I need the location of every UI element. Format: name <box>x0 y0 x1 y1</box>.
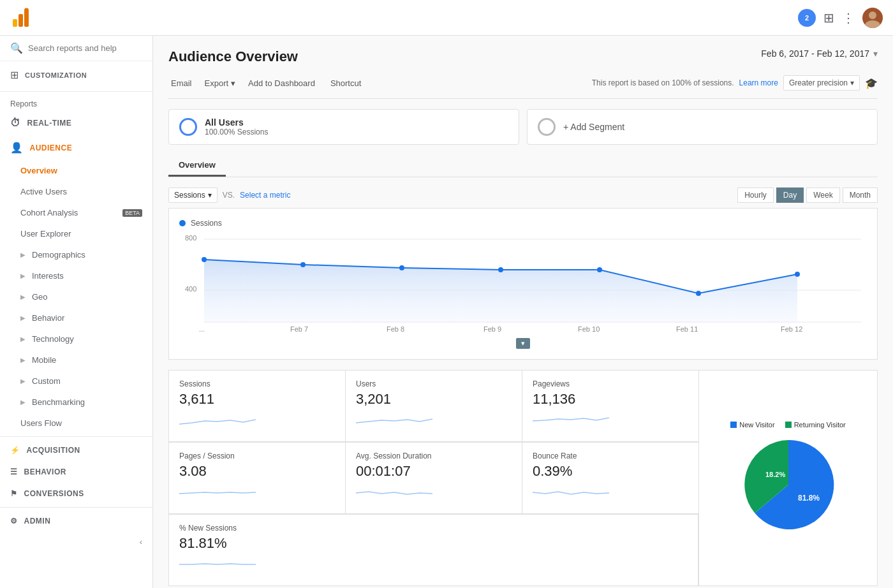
toolbar-left: Email Export ▾ Add to Dashboard Shortcut <box>168 77 592 89</box>
sidebar-collapse-button[interactable]: ‹ <box>0 532 152 552</box>
tooltip-text: ▾ <box>521 339 525 348</box>
collapse-icon: ‹ <box>140 537 142 547</box>
time-btn-week[interactable]: Week <box>806 187 839 203</box>
more-options-icon[interactable]: ⋮ <box>842 10 855 26</box>
learn-more-link[interactable]: Learn more <box>739 78 778 87</box>
pie-chart-svg: 81.8% 18.2% <box>737 434 839 536</box>
new-sessions-value: 81.81% <box>179 535 688 552</box>
add-dashboard-button[interactable]: Add to Dashboard <box>246 77 318 89</box>
bounce-rate-mini-chart <box>533 483 609 503</box>
chart-tooltip: ▾ <box>516 338 530 349</box>
segment-info: All Users 100.00% Sessions <box>205 117 268 136</box>
pageviews-mini-chart <box>533 411 609 430</box>
vs-label: VS. <box>223 191 235 200</box>
user-explorer-label: User Explorer <box>20 229 142 239</box>
chart-point-1 <box>300 262 306 267</box>
sidebar-item-users-flow[interactable]: Users Flow <box>0 413 152 434</box>
email-button[interactable]: Email <box>168 77 195 89</box>
sidebar-item-cohort-analysis[interactable]: Cohort Analysis BETA <box>0 202 152 223</box>
new-sessions-mini-chart <box>179 555 256 575</box>
select-metric-link[interactable]: Select a metric <box>240 191 290 200</box>
active-users-label: Active Users <box>20 187 142 196</box>
sidebar-item-demographics[interactable]: ▶ Demographics <box>0 244 152 265</box>
sidebar-item-overview[interactable]: Overview <box>0 160 152 181</box>
sidebar-item-user-explorer[interactable]: User Explorer <box>0 223 152 244</box>
pageviews-label: Pageviews <box>533 379 688 388</box>
search-input[interactable] <box>28 43 142 53</box>
stat-pageviews: Pageviews 11,136 <box>522 371 698 442</box>
add-segment-label: + Add Segment <box>563 122 624 132</box>
sidebar-item-behavior[interactable]: ▶ Behavior <box>0 307 152 328</box>
sidebar-item-realtime[interactable]: ⏱ REAL-TIME <box>0 111 152 135</box>
search-icon: 🔍 <box>10 42 23 54</box>
stats-row-1: Sessions 3,611 Users 3,201 <box>169 371 698 443</box>
stats-row-2: Pages / Session 3.08 Avg. Session Durati… <box>169 443 698 515</box>
tab-overview[interactable]: Overview <box>168 155 226 177</box>
sidebar-item-behavior-nav[interactable]: ☰ BEHAVIOR <box>0 461 152 483</box>
time-btn-month[interactable]: Month <box>843 187 878 203</box>
precision-label: Greater precision <box>789 78 848 87</box>
sidebar-item-active-users[interactable]: Active Users <box>0 181 152 202</box>
sidebar-item-geo[interactable]: ▶ Geo <box>0 286 152 307</box>
ga-logo-icon[interactable] <box>10 8 31 28</box>
sidebar-item-benchmarking[interactable]: ▶ Benchmarking <box>0 392 152 413</box>
time-btn-hourly[interactable]: Hourly <box>737 187 774 203</box>
chart-legend: Sessions <box>179 219 867 228</box>
precision-button[interactable]: Greater precision ▾ <box>783 75 860 91</box>
geo-arrow-icon: ▶ <box>20 293 26 300</box>
beta-badge: BETA <box>122 209 142 217</box>
user-avatar[interactable] <box>862 8 883 28</box>
tab-bar: Overview <box>168 155 878 177</box>
bounce-rate-label: Bounce Rate <box>533 452 688 460</box>
pie-new-pct-label: 81.8% <box>798 494 820 503</box>
sidebar-item-conversions[interactable]: ⚑ CONVERSIONS <box>0 483 152 504</box>
search-bar: 🔍 <box>0 36 152 61</box>
chart-point-4 <box>597 267 602 272</box>
topbar-left <box>10 8 31 28</box>
apps-grid-icon[interactable]: ⊞ <box>823 10 834 26</box>
toolbar-right: This report is based on 100% of sessions… <box>592 75 878 91</box>
sidebar-item-mobile[interactable]: ▶ Mobile <box>0 349 152 371</box>
shortcut-button[interactable]: Shortcut <box>328 77 364 89</box>
segment-pct: 100.00% Sessions <box>205 128 268 136</box>
add-segment-box[interactable]: + Add Segment <box>527 109 878 145</box>
customization-header[interactable]: ⊞ CUSTOMIZATION <box>0 61 152 89</box>
topbar-right: 2 ⊞ ⋮ <box>798 8 883 28</box>
sidebar-item-technology[interactable]: ▶ Technology <box>0 328 152 349</box>
sidebar-item-admin[interactable]: ⚙ ADMIN <box>0 510 152 532</box>
reports-section-label: Reports <box>0 94 152 111</box>
stat-sessions: Sessions 3,611 <box>169 371 346 442</box>
svg-rect-0 <box>13 19 17 27</box>
segments-row: All Users 100.00% Sessions + Add Segment <box>168 109 878 145</box>
customization-label: CUSTOMIZATION <box>25 71 87 79</box>
metric-selector[interactable]: Sessions ▾ <box>168 187 218 203</box>
sidebar-item-interests[interactable]: ▶ Interests <box>0 265 152 286</box>
sessions-mini-chart <box>179 411 256 430</box>
report-download-icon[interactable]: 🎓 <box>865 77 878 89</box>
export-dropdown[interactable]: Export ▾ <box>205 78 236 88</box>
all-users-segment[interactable]: All Users 100.00% Sessions <box>168 109 519 145</box>
cohort-label: Cohort Analysis <box>20 208 114 217</box>
notification-button[interactable]: 2 <box>798 9 816 27</box>
interests-label: Interests <box>32 271 142 281</box>
benchmarking-label: Benchmarking <box>32 397 142 407</box>
sidebar-item-audience[interactable]: 👤 AUDIENCE <box>0 135 152 160</box>
x-label-feb8: Feb 8 <box>387 325 404 333</box>
new-visitor-color-swatch <box>730 422 737 428</box>
stats-grid: Sessions 3,611 Users 3,201 <box>169 371 698 585</box>
pie-legend: New Visitor Returning Visitor <box>730 421 846 429</box>
time-btn-day[interactable]: Day <box>776 187 804 203</box>
bounce-rate-value: 0.39% <box>533 463 688 480</box>
x-label-0: ... <box>199 325 205 333</box>
pages-session-label: Pages / Session <box>179 452 335 460</box>
avg-session-value: 00:01:07 <box>356 463 512 480</box>
svg-point-4 <box>869 11 876 19</box>
customization-icon: ⊞ <box>10 69 18 81</box>
avg-session-label: Avg. Session Duration <box>356 452 512 460</box>
demographics-arrow-icon: ▶ <box>20 251 26 258</box>
sidebar-item-acquisition[interactable]: ⚡ ACQUISITION <box>0 439 152 461</box>
sidebar-item-custom[interactable]: ▶ Custom <box>0 371 152 392</box>
chart-area: Sessions 800 400 <box>168 208 878 360</box>
chart-point-3 <box>498 267 503 272</box>
date-range-selector[interactable]: Feb 6, 2017 - Feb 12, 2017 ▾ <box>761 48 878 59</box>
